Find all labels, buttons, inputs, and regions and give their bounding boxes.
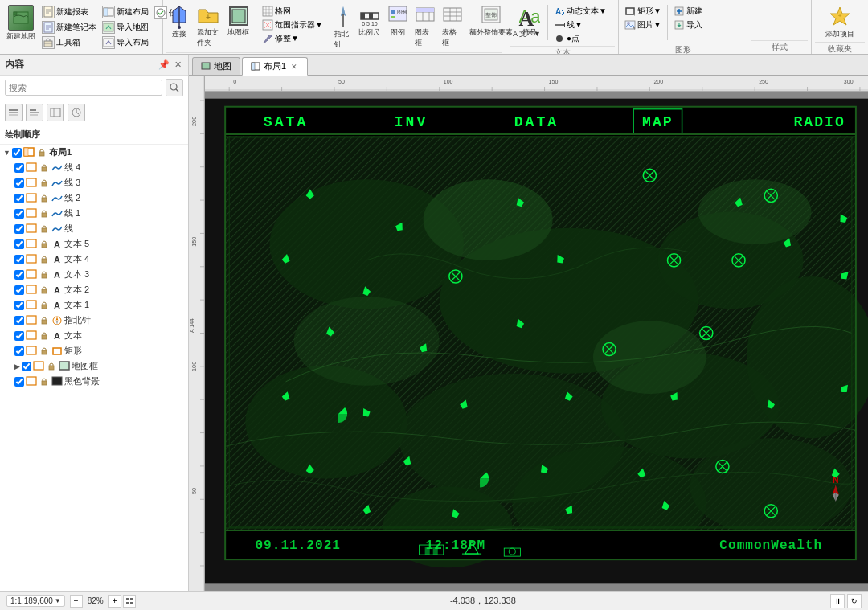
import-shape-label: 导入 xyxy=(686,19,702,31)
svg-text:A: A xyxy=(54,270,60,280)
new-note-button[interactable]: 新建笔记本 xyxy=(39,20,99,35)
svg-text:A: A xyxy=(555,7,561,16)
layer-item-text4[interactable]: A 文本 4 xyxy=(0,252,188,267)
layer-check-text3[interactable] xyxy=(14,270,24,280)
search-input[interactable] xyxy=(5,80,162,96)
layer-check-layout1[interactable] xyxy=(12,148,22,158)
line-text-button[interactable]: 线▼ xyxy=(551,18,609,31)
layer-tool-1[interactable] xyxy=(5,104,23,121)
layer-item-compass[interactable]: 指北针 xyxy=(0,313,188,328)
layer-tool-3[interactable] xyxy=(47,104,64,121)
lock-icon-text2 xyxy=(39,285,50,296)
layer-check-blackbg[interactable] xyxy=(14,377,24,387)
unpin-icon[interactable]: ✕ xyxy=(173,59,183,71)
zoom-grid-button[interactable] xyxy=(123,595,136,608)
text-a-button[interactable]: A A 文本▼ xyxy=(510,3,544,41)
layer-check-line1[interactable] xyxy=(14,209,24,219)
layer-item-text2[interactable]: A 文本 2 xyxy=(0,282,188,297)
military-map-container[interactable]: SATA INV DATA MAP RADIO xyxy=(205,92,868,591)
scalebar-button[interactable]: 0 5 10 比例尺 xyxy=(356,3,383,39)
layer-item-rect[interactable]: 矩形 xyxy=(0,343,188,358)
tab-layout1-close[interactable]: ✕ xyxy=(289,62,299,72)
line-text-label: 线▼ xyxy=(567,19,583,31)
search-button[interactable] xyxy=(166,79,183,96)
coordinates-display: -4.038，123.338 xyxy=(141,595,825,607)
image-button[interactable]: 图片▼ xyxy=(622,18,664,31)
layer-item-line2[interactable]: 线 2 xyxy=(0,190,188,206)
grid-button[interactable]: 格网 xyxy=(260,5,326,18)
tab-map-label: 地图 xyxy=(214,60,231,72)
tab-layout1[interactable]: 布局1 ✕ xyxy=(242,57,308,76)
compass-icon xyxy=(51,315,63,326)
new-report-button[interactable]: 新建报表 xyxy=(39,5,99,19)
layer-item-text1[interactable]: A 文本 1 xyxy=(0,297,188,313)
svg-text:A: A xyxy=(54,239,60,249)
map-viewport-outer: 200 150 100 50 xyxy=(189,76,868,591)
new-map-button[interactable]: 新建地图 xyxy=(3,3,39,43)
add-favorite-button[interactable]: + 添加项目 xyxy=(822,3,858,41)
layer-check-line2[interactable] xyxy=(14,194,24,203)
layer-check-text5[interactable] xyxy=(14,239,24,249)
toolbox-label: 工具箱 xyxy=(56,37,80,48)
layer-check-line[interactable] xyxy=(14,224,24,234)
layer-item-line3[interactable]: 线 3 xyxy=(0,175,188,190)
zoom-minus-button[interactable]: − xyxy=(70,595,83,608)
layer-tool-4[interactable] xyxy=(68,104,85,121)
layer-tool-2[interactable] xyxy=(26,104,43,121)
layer-check-rect[interactable] xyxy=(14,346,24,356)
layer-check-text1[interactable] xyxy=(14,301,24,310)
layer-item-text5[interactable]: A 文本 5 xyxy=(0,236,188,252)
expand-icon[interactable]: ▼ xyxy=(3,149,10,157)
layer-item-text[interactable]: A 文本 xyxy=(0,328,188,343)
pin-icon[interactable]: 📌 xyxy=(157,59,171,71)
layer-check-compass[interactable] xyxy=(14,316,24,325)
tab-map[interactable]: 地图 xyxy=(192,57,240,75)
toolbox-button[interactable]: 工具箱 xyxy=(39,35,99,50)
svg-text:50: 50 xyxy=(191,488,198,494)
rect-button[interactable]: 矩形▼ xyxy=(622,5,664,18)
dynamic-text-button[interactable]: A 动态文本▼ xyxy=(551,5,609,18)
new-shape-button[interactable]: 新建 xyxy=(671,5,705,18)
text-icon-0: A xyxy=(51,330,63,342)
connect-button[interactable]: 连接 xyxy=(166,3,192,41)
table-chart-button[interactable]: 图表框 xyxy=(412,3,438,50)
north-arrow-button[interactable]: 指北针 xyxy=(332,3,354,51)
dot-text-button[interactable]: ●点 xyxy=(551,32,609,45)
expand-icon-mapframe[interactable]: ▶ xyxy=(14,362,20,371)
mapframe-button[interactable]: 地图框 xyxy=(224,3,253,39)
dot-text-label: ●点 xyxy=(567,33,579,44)
zoom-plus-button[interactable]: + xyxy=(108,595,121,608)
range-btn[interactable]: 范围指示器▼ xyxy=(260,18,326,31)
layer-check-text[interactable] xyxy=(14,331,24,341)
layer-check-text4[interactable] xyxy=(14,255,24,264)
refresh-button[interactable]: ↻ xyxy=(847,594,862,608)
text-icon-3: A xyxy=(51,269,63,280)
lock-icon-blackbg xyxy=(39,376,50,387)
grid-table-button[interactable]: 表格框 xyxy=(440,3,465,50)
layer-item-layout1[interactable]: ▼ 布局1 xyxy=(0,145,188,160)
layer-check-line4[interactable] xyxy=(14,163,24,173)
layer-item-line4[interactable]: 线 4 xyxy=(0,160,188,175)
import-shape-button[interactable]: 导入 xyxy=(671,18,705,31)
pause-button[interactable]: ⏸ xyxy=(830,594,845,608)
svg-text:整饰: 整饰 xyxy=(485,12,497,18)
svg-rect-119 xyxy=(34,362,43,370)
layer-check-text2[interactable] xyxy=(14,285,24,295)
scale-selector[interactable]: 1:1,189,600 ▼ xyxy=(6,595,65,607)
svg-rect-72 xyxy=(30,109,36,111)
layer-item-line1[interactable]: 线 1 xyxy=(0,206,188,221)
layer-item-line[interactable]: 线 xyxy=(0,221,188,236)
import-layout-button[interactable]: 导入布局 xyxy=(100,35,151,50)
graph-button[interactable]: 图例 图例 xyxy=(385,3,411,39)
layer-check-line3[interactable] xyxy=(14,178,24,188)
layer-check-mapframe[interactable] xyxy=(22,362,31,371)
layer-item-text3[interactable]: A 文本 3 xyxy=(0,267,188,282)
import-map-button[interactable]: 导入地图 xyxy=(100,20,151,35)
svg-rect-30 xyxy=(361,13,365,19)
status-right-controls: ⏸ ↻ xyxy=(830,594,862,608)
layer-item-blackbg[interactable]: 黑色背景 xyxy=(0,374,188,389)
layer-item-mapframe[interactable]: ▶ 地图框 xyxy=(0,358,188,374)
modify-btn[interactable]: 修整▼ xyxy=(260,32,326,45)
add-folder-button[interactable]: + 添加文件夹 xyxy=(194,3,223,50)
new-layout-button[interactable]: 新建布局 xyxy=(100,5,151,19)
